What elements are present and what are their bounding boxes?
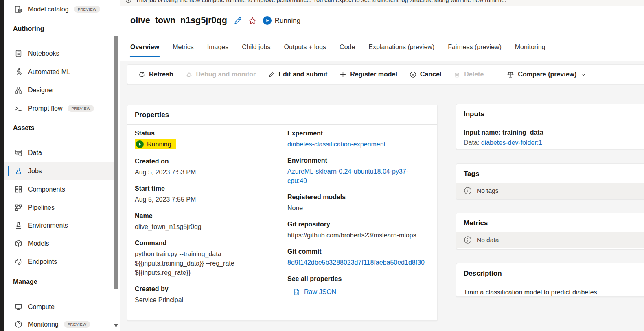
registered-models-value: None	[287, 203, 427, 213]
running-play-icon-green	[136, 140, 144, 148]
preview-badge: PREVIEW	[74, 6, 101, 13]
tab-outputs-logs[interactable]: Outputs + logs	[284, 44, 326, 57]
data-icon	[14, 148, 23, 157]
inputs-card: Inputs Input name: training_data Data: d…	[456, 104, 644, 150]
sidebar-item-designer[interactable]: Designer	[4, 81, 115, 99]
description-title: Description	[456, 263, 644, 283]
model-catalog-icon	[14, 5, 23, 13]
compare-preview-button[interactable]: Compare (preview)	[507, 71, 586, 78]
created-by-value: Service Principal	[135, 295, 276, 305]
automated-ml-icon	[14, 68, 23, 76]
favorite-star-icon[interactable]	[248, 17, 256, 25]
raw-json-link[interactable]: Raw JSON	[293, 288, 427, 296]
sidebar-item-notebooks[interactable]: Notebooks	[4, 44, 115, 63]
sidebar-item-label: Notebooks	[28, 50, 59, 57]
content-area: Refresh Debug and monitor Edit and submi…	[120, 61, 644, 331]
tags-title: Tags	[456, 164, 644, 183]
refresh-button[interactable]: Refresh	[138, 71, 173, 78]
sidebar-section-manage: Manage	[13, 278, 37, 285]
trash-icon	[453, 71, 460, 78]
info-icon	[464, 236, 472, 244]
job-status-label: Running	[275, 17, 300, 25]
sidebar-item-monitoring[interactable]: Monitoring PREVIEW	[4, 315, 115, 331]
sidebar-item-data[interactable]: Data	[4, 144, 115, 162]
banner-text: This job is using the new compute runtim…	[136, 0, 506, 3]
git-repository-label: Git repository	[287, 221, 427, 228]
sidebar-item-endpoints[interactable]: Endpoints	[4, 253, 115, 271]
models-icon	[14, 239, 23, 248]
debug-and-monitor-button[interactable]: Debug and monitor	[186, 71, 256, 78]
job-status: Running	[263, 16, 300, 25]
runtime-info-banner: This job is using the new compute runtim…	[120, 0, 644, 6]
tab-metrics[interactable]: Metrics	[173, 44, 194, 57]
metrics-empty-text: No data	[477, 236, 499, 244]
input-data-line: Data: diabetes-dev-folder:1	[464, 139, 639, 146]
sidebar-item-model-catalog[interactable]: Model catalog PREVIEW	[4, 0, 115, 18]
name-label: Name	[135, 212, 276, 220]
see-all-properties-link[interactable]: See all properties	[287, 275, 427, 283]
cancel-circle-icon	[410, 71, 416, 78]
sidebar-item-jobs[interactable]: Jobs	[4, 162, 115, 180]
sidebar-item-label: Models	[28, 240, 49, 247]
sidebar-section-authoring: Authoring	[13, 25, 44, 33]
prompt-flow-icon	[14, 104, 23, 113]
tab-code[interactable]: Code	[340, 44, 355, 57]
jobs-flask-icon	[14, 167, 23, 175]
sidebar-item-environments[interactable]: Environments	[4, 216, 115, 235]
cancel-button[interactable]: Cancel	[410, 71, 441, 78]
sidebar-item-pipelines[interactable]: Pipelines	[4, 198, 115, 217]
monitoring-icon	[14, 320, 23, 329]
sidebar-item-label: Jobs	[28, 168, 42, 175]
running-play-icon	[263, 16, 272, 25]
edit-name-pencil-icon[interactable]	[234, 17, 242, 25]
sidebar-item-label: Model catalog	[28, 6, 69, 13]
environment-link[interactable]: AzureML-sklearn-0.24-ubuntu18.04-py37-cp…	[287, 168, 408, 184]
status-label: Status	[135, 130, 276, 137]
refresh-icon	[138, 71, 145, 78]
sidebar-item-label: Endpoints	[28, 258, 57, 266]
job-title: olive_town_n1sg5jr0qg	[130, 15, 227, 26]
edit-and-submit-button[interactable]: Edit and submit	[268, 71, 327, 78]
created-on-value: Aug 5, 2023 7:53 PM	[135, 168, 276, 177]
endpoints-icon	[14, 257, 23, 266]
experiment-link[interactable]: diabetes-classification-experiment	[287, 141, 386, 148]
tab-monitoring[interactable]: Monitoring	[515, 44, 545, 57]
job-header: olive_town_n1sg5jr0qg Running	[130, 15, 300, 26]
tab-explanations[interactable]: Explanations (preview)	[368, 44, 434, 57]
start-time-value: Aug 5, 2023 7:55 PM	[135, 195, 276, 204]
tab-child-jobs[interactable]: Child jobs	[242, 44, 270, 57]
bug-icon	[186, 71, 193, 78]
info-icon	[125, 0, 131, 3]
sidebar-item-models[interactable]: Models	[4, 234, 115, 253]
sidebar-item-compute[interactable]: Compute	[4, 298, 115, 316]
preview-badge: PREVIEW	[64, 321, 90, 328]
start-time-label: Start time	[135, 185, 276, 192]
environments-icon	[14, 221, 23, 230]
toolbar-divider	[497, 69, 497, 80]
tab-fairness[interactable]: Fairness (preview)	[448, 44, 502, 57]
sidebar-item-label: Pipelines	[28, 204, 55, 211]
json-file-icon	[293, 288, 300, 296]
sidebar-item-label: Prompt flow	[28, 105, 62, 112]
git-repository-value: https://github.com/broberts23/mslearn-ml…	[287, 231, 427, 240]
sidebar-item-label: Designer	[28, 87, 54, 94]
sidebar-scrollbar-thumb[interactable]	[114, 36, 118, 289]
metrics-title: Metrics	[456, 213, 644, 232]
delete-button[interactable]: Delete	[453, 71, 484, 78]
git-commit-link[interactable]: 8d9f142dbe5b3288023d7f118faeba50ed1d8f30	[287, 259, 425, 266]
components-icon	[14, 185, 23, 194]
sidebar-item-prompt-flow[interactable]: Prompt flow PREVIEW	[4, 99, 115, 118]
register-model-button[interactable]: Register model	[340, 71, 397, 78]
info-icon	[464, 187, 472, 195]
left-rail	[0, 0, 4, 331]
pencil-icon	[268, 71, 275, 78]
sidebar-item-automated-ml[interactable]: Automated ML	[4, 63, 115, 81]
created-on-label: Created on	[135, 158, 276, 165]
tab-images[interactable]: Images	[207, 44, 228, 57]
tab-overview[interactable]: Overview	[130, 44, 159, 57]
sidebar-scrollbar-down-arrow[interactable]	[114, 324, 118, 327]
input-data-link[interactable]: diabetes-dev-folder:1	[481, 139, 542, 146]
sidebar-item-components[interactable]: Components	[4, 180, 115, 198]
description-text: Train a classification model to predict …	[456, 283, 644, 297]
compute-icon	[14, 303, 23, 311]
